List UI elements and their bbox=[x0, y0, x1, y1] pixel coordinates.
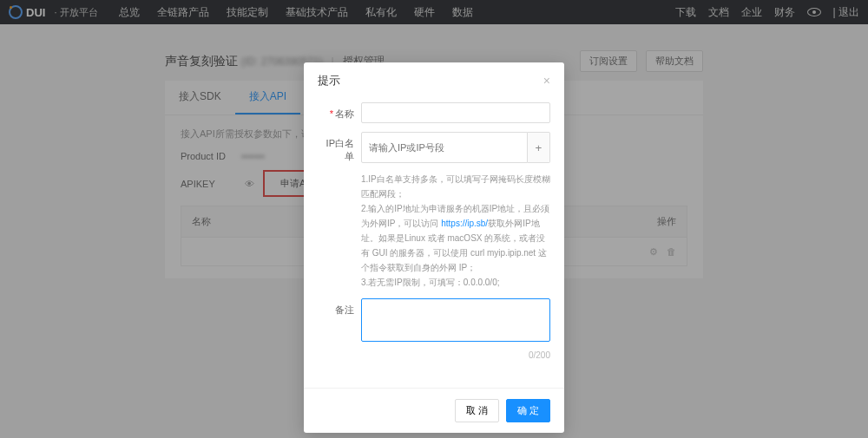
remark-label: 备注 bbox=[318, 298, 361, 342]
close-icon[interactable]: × bbox=[543, 74, 550, 88]
ip-label: IP白名单 bbox=[318, 132, 361, 163]
hint-3: 3.若无需IP限制，可填写：0.0.0.0/0; bbox=[361, 275, 550, 290]
name-label: 名称 bbox=[335, 108, 354, 119]
modal-overlay: 提示 × *名称 IP白名单 + 1.IP白名单支持多条，可以填写子网掩码长度模… bbox=[0, 0, 868, 438]
hint-2: 2.输入的IP地址为申请服务的机器IP地址，且必须为外网IP，可以访问 http… bbox=[361, 201, 550, 275]
ip-hints: 1.IP白名单支持多条，可以填写子网掩码长度模糊匹配网段； 2.输入的IP地址为… bbox=[361, 172, 550, 290]
char-counter: 0/200 bbox=[361, 350, 550, 360]
ip-link[interactable]: https://ip.sb/ bbox=[441, 219, 488, 228]
remark-input[interactable] bbox=[361, 298, 550, 342]
modal: 提示 × *名称 IP白名单 + 1.IP白名单支持多条，可以填写子网掩码长度模… bbox=[304, 62, 564, 433]
ip-input[interactable] bbox=[361, 132, 528, 163]
hint-1: 1.IP白名单支持多条，可以填写子网掩码长度模糊匹配网段； bbox=[361, 172, 550, 201]
add-ip-button[interactable]: + bbox=[528, 132, 550, 163]
ok-button[interactable]: 确 定 bbox=[506, 399, 550, 422]
name-input[interactable] bbox=[361, 102, 550, 123]
modal-title: 提示 bbox=[318, 73, 340, 88]
cancel-button[interactable]: 取 消 bbox=[455, 399, 499, 422]
